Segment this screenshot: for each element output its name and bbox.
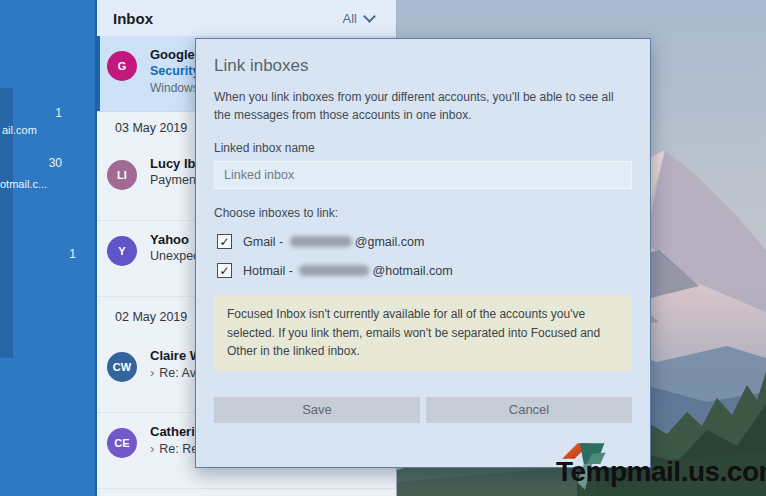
- list-header: Inbox All: [97, 0, 396, 36]
- inbox-prefix: Hotmail -: [243, 264, 296, 278]
- watermark-text: Tempmail.us.com: [556, 456, 766, 488]
- linked-inbox-name-label: Linked inbox name: [214, 141, 632, 155]
- unread-count-badge: 30: [49, 156, 62, 170]
- inbox-option-hotmail[interactable]: ✓ Hotmail - @hotmail.com: [214, 263, 632, 278]
- sidebar-item-account-1[interactable]: ail.com: [2, 124, 37, 136]
- avatar-initial: CW: [113, 361, 131, 373]
- link-inboxes-dialog: Link inboxes When you link inboxes from …: [195, 38, 651, 468]
- avatar: CE: [107, 428, 137, 458]
- avatar: CW: [107, 352, 137, 382]
- inbox-domain: @gmail.com: [355, 235, 425, 249]
- thread-chevron-icon: ›: [150, 441, 154, 456]
- cancel-button[interactable]: Cancel: [426, 397, 632, 423]
- avatar: Y: [107, 236, 137, 266]
- avatar: G: [107, 51, 137, 81]
- avatar-initial: G: [118, 60, 127, 72]
- focused-inbox-warning: Focused Inbox isn't currently available …: [214, 295, 632, 371]
- filter-label: All: [343, 11, 357, 26]
- checkbox-checked[interactable]: ✓: [217, 263, 232, 278]
- mail-app-window: 1 ail.com 30 otmail.c... 1 Inbox All G G…: [0, 0, 766, 496]
- checkmark-icon: ✓: [219, 235, 229, 249]
- inbox-prefix: Gmail -: [243, 235, 287, 249]
- checkbox-checked[interactable]: ✓: [217, 234, 232, 249]
- inbox-domain: @hotmail.com: [372, 264, 452, 278]
- avatar-initial: CE: [114, 437, 129, 449]
- linked-inbox-name-input[interactable]: [214, 161, 632, 189]
- avatar-initial: Y: [118, 245, 125, 257]
- sidebar-item-account-2[interactable]: otmail.c...: [0, 178, 47, 190]
- dialog-description: When you link inboxes from your differen…: [214, 88, 632, 124]
- unread-count-badge: 1: [69, 247, 76, 261]
- thread-chevron-icon: ›: [150, 365, 154, 380]
- dialog-buttons: Save Cancel: [214, 397, 632, 423]
- redacted-username: [299, 265, 369, 276]
- chevron-down-icon: [363, 10, 376, 23]
- unread-count-badge: 1: [55, 106, 62, 120]
- avatar: LI: [107, 160, 137, 190]
- inbox-option-gmail[interactable]: ✓ Gmail - @gmail.com: [214, 234, 632, 249]
- choose-inboxes-label: Choose inboxes to link:: [214, 206, 632, 220]
- accounts-sidebar: 1 ail.com 30 otmail.c... 1: [0, 0, 97, 496]
- checkmark-icon: ✓: [219, 264, 229, 278]
- redacted-username: [290, 236, 352, 247]
- inbox-option-label: Gmail - @gmail.com: [243, 235, 424, 249]
- save-button[interactable]: Save: [214, 397, 420, 423]
- inbox-option-label: Hotmail - @hotmail.com: [243, 264, 453, 278]
- inbox-title: Inbox: [113, 10, 153, 27]
- dialog-title: Link inboxes: [214, 56, 632, 76]
- filter-dropdown[interactable]: All: [343, 11, 374, 26]
- avatar-initial: LI: [117, 169, 127, 181]
